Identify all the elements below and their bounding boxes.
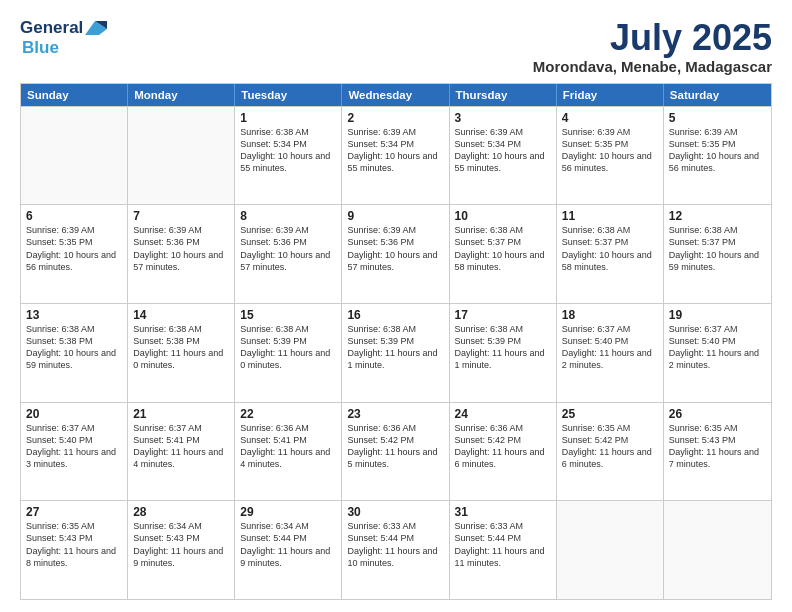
- main-title: July 2025: [533, 18, 772, 58]
- empty-cell: [557, 501, 664, 599]
- day-info: Sunrise: 6:39 AMSunset: 5:36 PMDaylight:…: [240, 224, 336, 273]
- day-cell-8: 8Sunrise: 6:39 AMSunset: 5:36 PMDaylight…: [235, 205, 342, 303]
- day-cell-1: 1Sunrise: 6:38 AMSunset: 5:34 PMDaylight…: [235, 107, 342, 205]
- day-number: 8: [240, 209, 336, 223]
- day-info: Sunrise: 6:39 AMSunset: 5:34 PMDaylight:…: [455, 126, 551, 175]
- calendar: SundayMondayTuesdayWednesdayThursdayFrid…: [20, 83, 772, 600]
- day-number: 13: [26, 308, 122, 322]
- day-cell-25: 25Sunrise: 6:35 AMSunset: 5:42 PMDayligh…: [557, 403, 664, 501]
- day-number: 30: [347, 505, 443, 519]
- day-info: Sunrise: 6:37 AMSunset: 5:40 PMDaylight:…: [26, 422, 122, 471]
- subtitle: Morondava, Menabe, Madagascar: [533, 58, 772, 75]
- day-cell-5: 5Sunrise: 6:39 AMSunset: 5:35 PMDaylight…: [664, 107, 771, 205]
- day-info: Sunrise: 6:38 AMSunset: 5:37 PMDaylight:…: [455, 224, 551, 273]
- week-row-2: 6Sunrise: 6:39 AMSunset: 5:35 PMDaylight…: [21, 204, 771, 303]
- day-cell-17: 17Sunrise: 6:38 AMSunset: 5:39 PMDayligh…: [450, 304, 557, 402]
- calendar-body: 1Sunrise: 6:38 AMSunset: 5:34 PMDaylight…: [21, 106, 771, 599]
- logo-icon: [85, 21, 107, 35]
- day-number: 3: [455, 111, 551, 125]
- day-number: 20: [26, 407, 122, 421]
- day-number: 12: [669, 209, 766, 223]
- day-info: Sunrise: 6:38 AMSunset: 5:37 PMDaylight:…: [562, 224, 658, 273]
- day-info: Sunrise: 6:36 AMSunset: 5:42 PMDaylight:…: [455, 422, 551, 471]
- day-cell-26: 26Sunrise: 6:35 AMSunset: 5:43 PMDayligh…: [664, 403, 771, 501]
- day-info: Sunrise: 6:39 AMSunset: 5:34 PMDaylight:…: [347, 126, 443, 175]
- day-number: 2: [347, 111, 443, 125]
- day-number: 26: [669, 407, 766, 421]
- empty-cell: [128, 107, 235, 205]
- header-day-saturday: Saturday: [664, 84, 771, 106]
- day-cell-27: 27Sunrise: 6:35 AMSunset: 5:43 PMDayligh…: [21, 501, 128, 599]
- day-info: Sunrise: 6:38 AMSunset: 5:39 PMDaylight:…: [240, 323, 336, 372]
- day-info: Sunrise: 6:38 AMSunset: 5:39 PMDaylight:…: [455, 323, 551, 372]
- calendar-header: SundayMondayTuesdayWednesdayThursdayFrid…: [21, 84, 771, 106]
- day-info: Sunrise: 6:36 AMSunset: 5:41 PMDaylight:…: [240, 422, 336, 471]
- day-number: 11: [562, 209, 658, 223]
- day-cell-10: 10Sunrise: 6:38 AMSunset: 5:37 PMDayligh…: [450, 205, 557, 303]
- day-number: 27: [26, 505, 122, 519]
- day-cell-30: 30Sunrise: 6:33 AMSunset: 5:44 PMDayligh…: [342, 501, 449, 599]
- day-info: Sunrise: 6:39 AMSunset: 5:35 PMDaylight:…: [669, 126, 766, 175]
- logo: General Blue: [20, 18, 107, 58]
- day-number: 7: [133, 209, 229, 223]
- day-info: Sunrise: 6:34 AMSunset: 5:44 PMDaylight:…: [240, 520, 336, 569]
- day-number: 19: [669, 308, 766, 322]
- header-day-wednesday: Wednesday: [342, 84, 449, 106]
- empty-cell: [664, 501, 771, 599]
- day-info: Sunrise: 6:39 AMSunset: 5:35 PMDaylight:…: [26, 224, 122, 273]
- day-number: 25: [562, 407, 658, 421]
- day-cell-12: 12Sunrise: 6:38 AMSunset: 5:37 PMDayligh…: [664, 205, 771, 303]
- day-info: Sunrise: 6:37 AMSunset: 5:41 PMDaylight:…: [133, 422, 229, 471]
- day-info: Sunrise: 6:38 AMSunset: 5:34 PMDaylight:…: [240, 126, 336, 175]
- day-cell-21: 21Sunrise: 6:37 AMSunset: 5:41 PMDayligh…: [128, 403, 235, 501]
- week-row-4: 20Sunrise: 6:37 AMSunset: 5:40 PMDayligh…: [21, 402, 771, 501]
- header-day-sunday: Sunday: [21, 84, 128, 106]
- week-row-5: 27Sunrise: 6:35 AMSunset: 5:43 PMDayligh…: [21, 500, 771, 599]
- title-block: July 2025 Morondava, Menabe, Madagascar: [533, 18, 772, 75]
- day-cell-4: 4Sunrise: 6:39 AMSunset: 5:35 PMDaylight…: [557, 107, 664, 205]
- day-info: Sunrise: 6:36 AMSunset: 5:42 PMDaylight:…: [347, 422, 443, 471]
- day-cell-16: 16Sunrise: 6:38 AMSunset: 5:39 PMDayligh…: [342, 304, 449, 402]
- day-info: Sunrise: 6:38 AMSunset: 5:39 PMDaylight:…: [347, 323, 443, 372]
- header-day-friday: Friday: [557, 84, 664, 106]
- day-cell-23: 23Sunrise: 6:36 AMSunset: 5:42 PMDayligh…: [342, 403, 449, 501]
- day-number: 18: [562, 308, 658, 322]
- day-number: 17: [455, 308, 551, 322]
- day-cell-24: 24Sunrise: 6:36 AMSunset: 5:42 PMDayligh…: [450, 403, 557, 501]
- day-number: 5: [669, 111, 766, 125]
- day-number: 28: [133, 505, 229, 519]
- day-info: Sunrise: 6:35 AMSunset: 5:42 PMDaylight:…: [562, 422, 658, 471]
- day-cell-15: 15Sunrise: 6:38 AMSunset: 5:39 PMDayligh…: [235, 304, 342, 402]
- day-number: 15: [240, 308, 336, 322]
- header-day-monday: Monday: [128, 84, 235, 106]
- day-cell-7: 7Sunrise: 6:39 AMSunset: 5:36 PMDaylight…: [128, 205, 235, 303]
- day-info: Sunrise: 6:39 AMSunset: 5:36 PMDaylight:…: [347, 224, 443, 273]
- day-info: Sunrise: 6:33 AMSunset: 5:44 PMDaylight:…: [455, 520, 551, 569]
- day-info: Sunrise: 6:38 AMSunset: 5:38 PMDaylight:…: [26, 323, 122, 372]
- day-cell-2: 2Sunrise: 6:39 AMSunset: 5:34 PMDaylight…: [342, 107, 449, 205]
- day-info: Sunrise: 6:38 AMSunset: 5:37 PMDaylight:…: [669, 224, 766, 273]
- logo-blue: Blue: [22, 38, 59, 58]
- week-row-1: 1Sunrise: 6:38 AMSunset: 5:34 PMDaylight…: [21, 106, 771, 205]
- header: General Blue July 2025 Morondava, Menabe…: [20, 18, 772, 75]
- week-row-3: 13Sunrise: 6:38 AMSunset: 5:38 PMDayligh…: [21, 303, 771, 402]
- header-day-thursday: Thursday: [450, 84, 557, 106]
- day-number: 22: [240, 407, 336, 421]
- empty-cell: [21, 107, 128, 205]
- day-cell-31: 31Sunrise: 6:33 AMSunset: 5:44 PMDayligh…: [450, 501, 557, 599]
- header-day-tuesday: Tuesday: [235, 84, 342, 106]
- day-number: 16: [347, 308, 443, 322]
- day-info: Sunrise: 6:35 AMSunset: 5:43 PMDaylight:…: [26, 520, 122, 569]
- page: General Blue July 2025 Morondava, Menabe…: [0, 0, 792, 612]
- day-info: Sunrise: 6:39 AMSunset: 5:35 PMDaylight:…: [562, 126, 658, 175]
- day-cell-11: 11Sunrise: 6:38 AMSunset: 5:37 PMDayligh…: [557, 205, 664, 303]
- day-number: 29: [240, 505, 336, 519]
- day-cell-14: 14Sunrise: 6:38 AMSunset: 5:38 PMDayligh…: [128, 304, 235, 402]
- day-number: 31: [455, 505, 551, 519]
- day-cell-6: 6Sunrise: 6:39 AMSunset: 5:35 PMDaylight…: [21, 205, 128, 303]
- day-cell-28: 28Sunrise: 6:34 AMSunset: 5:43 PMDayligh…: [128, 501, 235, 599]
- day-info: Sunrise: 6:39 AMSunset: 5:36 PMDaylight:…: [133, 224, 229, 273]
- day-number: 24: [455, 407, 551, 421]
- day-number: 23: [347, 407, 443, 421]
- day-cell-20: 20Sunrise: 6:37 AMSunset: 5:40 PMDayligh…: [21, 403, 128, 501]
